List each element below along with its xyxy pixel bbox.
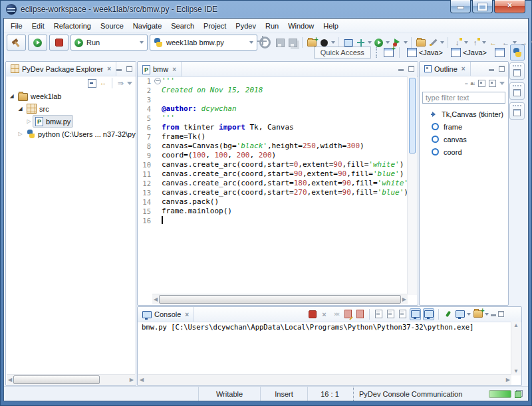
close-icon[interactable]: × bbox=[462, 65, 466, 72]
chevron-down-icon[interactable] bbox=[404, 41, 408, 44]
tree-item-week1lab[interactable]: ◢week1lab bbox=[6, 90, 136, 102]
tab-outline[interactable]: Outline × bbox=[420, 62, 471, 76]
chevron-down-icon[interactable] bbox=[482, 41, 486, 44]
perspective-java-browsing-button[interactable]: <Java> bbox=[448, 45, 489, 60]
save-button[interactable] bbox=[275, 37, 286, 49]
editor-horizontal-scrollbar[interactable]: ◀ ▶ bbox=[152, 294, 408, 304]
link-with-editor-icon[interactable]: ↔ bbox=[100, 80, 106, 86]
minimize-view-icon[interactable] bbox=[398, 69, 404, 71]
minimize-view-icon[interactable] bbox=[491, 314, 496, 316]
minimize-view-icon[interactable] bbox=[489, 69, 494, 71]
view-menu-icon[interactable] bbox=[127, 82, 132, 85]
expand-all-icon[interactable] bbox=[489, 80, 496, 87]
view-menu-icon[interactable] bbox=[499, 82, 505, 85]
chevron-down-icon[interactable] bbox=[386, 41, 390, 44]
scrollbar-thumb[interactable] bbox=[409, 78, 416, 153]
maximize-view-icon[interactable] bbox=[126, 66, 132, 72]
scrollbar-thumb[interactable] bbox=[13, 375, 100, 384]
fold-collapse-icon[interactable] bbox=[154, 78, 161, 84]
quick-access-button[interactable]: Quick Access bbox=[314, 47, 371, 58]
progress-view-icon[interactable] bbox=[515, 390, 523, 398]
terminate-button[interactable] bbox=[307, 309, 317, 320]
menu-file[interactable]: File bbox=[6, 20, 27, 32]
menu-source[interactable]: Source bbox=[96, 20, 128, 32]
launch-settings-button[interactable] bbox=[259, 37, 271, 49]
remove-launch-button[interactable]: × bbox=[319, 309, 329, 320]
chevron-down-icon[interactable] bbox=[513, 41, 517, 44]
word-wrap-button[interactable] bbox=[386, 309, 396, 320]
display-console-button[interactable] bbox=[455, 309, 465, 320]
close-icon[interactable]: × bbox=[172, 66, 176, 73]
tab-console[interactable]: Console × bbox=[138, 307, 194, 322]
tree-item-python[interactable]: ▷python (C:\Users ... n37-32\python. bbox=[6, 128, 136, 140]
maximize-view-icon[interactable] bbox=[498, 311, 504, 317]
resume-button[interactable] bbox=[28, 35, 47, 51]
show-on-stdout-toggle[interactable] bbox=[410, 308, 421, 320]
outline-item-canvas[interactable]: canvas bbox=[420, 133, 508, 146]
perspective-python-button[interactable] bbox=[510, 45, 525, 60]
scroll-down-icon[interactable]: ▼ bbox=[513, 369, 519, 374]
maximize-button[interactable] bbox=[472, 0, 493, 13]
chevron-down-icon[interactable] bbox=[331, 41, 335, 44]
outline-filter-input[interactable]: type filter text bbox=[422, 92, 505, 104]
sort-alphabetical-icon[interactable]: a↓ bbox=[471, 80, 475, 86]
scroll-up-icon[interactable]: ▲ bbox=[513, 323, 519, 328]
remove-terminated-button[interactable] bbox=[355, 309, 365, 320]
menu-project[interactable]: Project bbox=[199, 20, 231, 32]
restore-view-button[interactable] bbox=[509, 102, 525, 120]
explorer-horizontal-scrollbar[interactable]: ◀ ▶ bbox=[7, 374, 135, 385]
launch-config-combo[interactable]: week1lab bmw.py bbox=[150, 35, 257, 51]
pin-console-button[interactable] bbox=[443, 309, 453, 320]
menu-run[interactable]: Run bbox=[261, 20, 283, 32]
minimize-view-icon[interactable] bbox=[116, 69, 122, 71]
code-editor[interactable]: 1'''2Created on Nov 15, 201834@author: d… bbox=[138, 76, 408, 295]
maximize-view-icon[interactable] bbox=[499, 66, 505, 72]
scroll-right-icon[interactable]: ▶ bbox=[130, 377, 134, 383]
save-all-button[interactable] bbox=[287, 37, 299, 49]
close-icon[interactable]: × bbox=[185, 311, 189, 318]
terminate-button[interactable] bbox=[49, 35, 68, 51]
open-perspective-button[interactable] bbox=[383, 47, 394, 58]
scroll-left-icon[interactable]: ◀ bbox=[8, 377, 12, 383]
expanded-arrow-icon[interactable]: ◢ bbox=[8, 93, 15, 99]
tree-item-src[interactable]: ◢src bbox=[6, 102, 136, 115]
collapsed-arrow-icon[interactable]: ▷ bbox=[17, 131, 24, 137]
run-mode-combo[interactable]: Run bbox=[70, 35, 148, 51]
close-icon[interactable]: × bbox=[107, 65, 111, 72]
build-button[interactable] bbox=[7, 35, 26, 51]
hide-non-public-icon[interactable]: •• bbox=[465, 80, 467, 86]
show-on-stderr-toggle[interactable] bbox=[423, 308, 434, 320]
expanded-arrow-icon[interactable]: ◢ bbox=[17, 106, 24, 112]
clear-console-button[interactable] bbox=[343, 309, 353, 320]
close-button[interactable]: × bbox=[494, 0, 525, 13]
chevron-down-icon[interactable] bbox=[440, 41, 444, 44]
title-bar[interactable]: eclipse-workspace - week1lab/src/bmw.py … bbox=[0, 0, 532, 19]
show-stdout-toggle[interactable] bbox=[398, 309, 408, 320]
collapse-all-icon[interactable] bbox=[88, 79, 96, 88]
scrollbar-thumb[interactable] bbox=[159, 295, 401, 304]
maximize-view-icon[interactable] bbox=[408, 66, 414, 72]
outline-item-Tk,Canvas[interactable]: Tk,Canvas (tkinter) bbox=[420, 108, 508, 120]
outline-item-coord[interactable]: coord bbox=[420, 146, 508, 158]
chevron-down-icon[interactable] bbox=[485, 313, 489, 316]
scroll-lock-button[interactable] bbox=[374, 309, 384, 320]
menu-search[interactable]: Search bbox=[166, 20, 199, 32]
scroll-left-icon[interactable]: ◀ bbox=[154, 297, 158, 302]
focus-task-icon[interactable]: ⇒ bbox=[118, 80, 124, 87]
remove-all-launches-button[interactable]: ×× bbox=[331, 309, 341, 320]
menu-pydev[interactable]: Pydev bbox=[231, 20, 261, 32]
chevron-down-icon[interactable] bbox=[467, 313, 471, 316]
restore-view-button[interactable] bbox=[509, 62, 525, 80]
open-console-button[interactable] bbox=[473, 309, 483, 320]
scroll-right-icon[interactable]: ▶ bbox=[506, 377, 510, 383]
menu-refactoring[interactable]: Refactoring bbox=[49, 20, 96, 32]
chevron-down-icon[interactable] bbox=[464, 41, 468, 44]
menu-navigate[interactable]: Navigate bbox=[128, 20, 166, 32]
menu-window[interactable]: Window bbox=[283, 20, 319, 32]
editor-vertical-scrollbar[interactable] bbox=[407, 76, 417, 295]
scroll-left-icon[interactable]: ◀ bbox=[140, 377, 144, 383]
menu-help[interactable]: Help bbox=[319, 20, 343, 32]
outline-item-frame[interactable]: frame bbox=[420, 120, 508, 133]
restore-view-button[interactable] bbox=[509, 82, 525, 100]
collapse-all-icon[interactable] bbox=[478, 80, 485, 87]
